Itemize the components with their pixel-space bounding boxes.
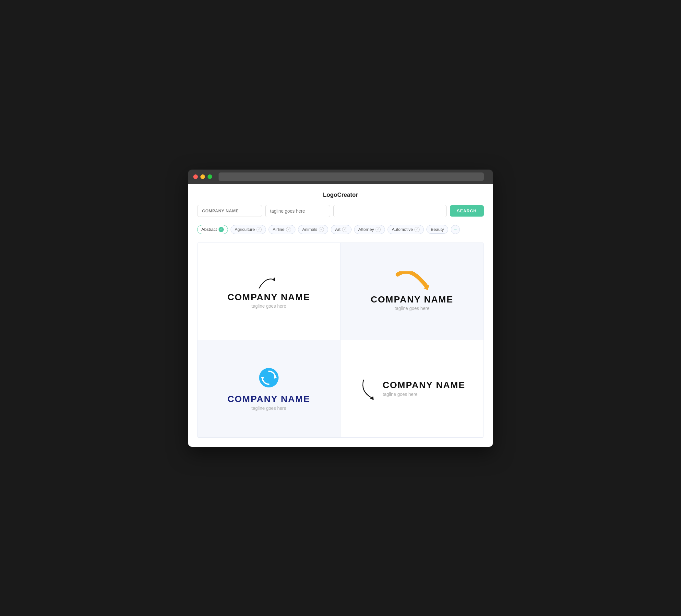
company-name-input[interactable] xyxy=(197,205,262,217)
logo4-text-group: COMPANY NAME tagline goes here xyxy=(383,380,465,397)
beauty-label: Beauty xyxy=(431,227,444,232)
logo4-layout: COMPANY NAME tagline goes here xyxy=(359,375,465,402)
extra-search-input[interactable] xyxy=(333,205,447,217)
address-bar[interactable] xyxy=(219,173,484,181)
app-title: LogoCreator xyxy=(197,191,484,199)
attorney-label: Attorney xyxy=(358,227,374,232)
category-chip-agriculture[interactable]: Agriculture ✓ xyxy=(231,225,266,234)
maximize-button[interactable] xyxy=(207,174,212,179)
browser-window: LogoCreator SEARCH Abstract ✓ Agricultur… xyxy=(188,170,493,447)
agriculture-label: Agriculture xyxy=(235,227,255,232)
next-categories-button[interactable]: → xyxy=(451,225,460,234)
svg-marker-0 xyxy=(272,277,277,281)
abstract-check-icon: ✓ xyxy=(219,227,224,232)
logo1-company-name: COMPANY NAME xyxy=(228,292,310,303)
art-label: Art xyxy=(335,227,340,232)
logo4-curve-icon xyxy=(359,378,378,402)
category-chip-art[interactable]: Art ✓ xyxy=(331,225,352,234)
category-chip-animals[interactable]: Animals ✓ xyxy=(298,225,328,234)
close-button[interactable] xyxy=(193,174,198,179)
logo-grid: COMPANY NAME tagline goes here COMPANY N… xyxy=(197,242,484,438)
logo-card-2[interactable]: COMPANY NAME tagline goes here xyxy=(340,243,483,340)
category-chip-airline[interactable]: Airline ✓ xyxy=(269,225,296,234)
logo2-tagline: tagline goes here xyxy=(395,306,429,311)
agriculture-check-icon: ✓ xyxy=(256,227,262,232)
logo3-company-name: COMPANY NAME xyxy=(228,394,310,404)
search-bar: SEARCH xyxy=(197,205,484,217)
airline-label: Airline xyxy=(273,227,284,232)
automotive-check-icon: ✓ xyxy=(414,227,420,232)
animals-check-icon: ✓ xyxy=(319,227,324,232)
logo3-tagline: tagline goes here xyxy=(251,406,286,411)
logo2-company-name: COMPANY NAME xyxy=(371,295,453,305)
animals-label: Animals xyxy=(302,227,317,232)
logo3-circle-icon xyxy=(257,366,280,390)
category-filter: Abstract ✓ Agriculture ✓ Airline ✓ Anima… xyxy=(197,223,484,237)
category-chip-beauty[interactable]: Beauty xyxy=(426,225,448,234)
category-chip-attorney[interactable]: Attorney ✓ xyxy=(354,225,385,234)
logo4-tagline: tagline goes here xyxy=(383,392,418,397)
logo4-company-name: COMPANY NAME xyxy=(383,380,465,390)
logo1-arrow-icon xyxy=(256,274,282,290)
logo1-tagline: tagline goes here xyxy=(251,304,286,309)
automotive-label: Automotive xyxy=(392,227,413,232)
arrow-right-icon: → xyxy=(453,227,458,232)
category-chip-abstract[interactable]: Abstract ✓ xyxy=(197,225,228,234)
logo-card-4[interactable]: COMPANY NAME tagline goes here xyxy=(340,340,483,437)
minimize-button[interactable] xyxy=(200,174,205,179)
abstract-label: Abstract xyxy=(201,227,217,232)
browser-titlebar xyxy=(188,170,493,184)
search-button[interactable]: SEARCH xyxy=(450,205,484,216)
category-chip-automotive[interactable]: Automotive ✓ xyxy=(387,225,424,234)
airline-check-icon: ✓ xyxy=(286,227,291,232)
logo2-swoosh-icon xyxy=(393,272,432,292)
tagline-input[interactable] xyxy=(265,205,330,217)
attorney-check-icon: ✓ xyxy=(376,227,381,232)
art-check-icon: ✓ xyxy=(342,227,347,232)
logo-card-3[interactable]: COMPANY NAME tagline goes here xyxy=(198,340,340,437)
logo-card-1[interactable]: COMPANY NAME tagline goes here xyxy=(198,243,340,340)
app-content: LogoCreator SEARCH Abstract ✓ Agricultur… xyxy=(188,184,493,447)
